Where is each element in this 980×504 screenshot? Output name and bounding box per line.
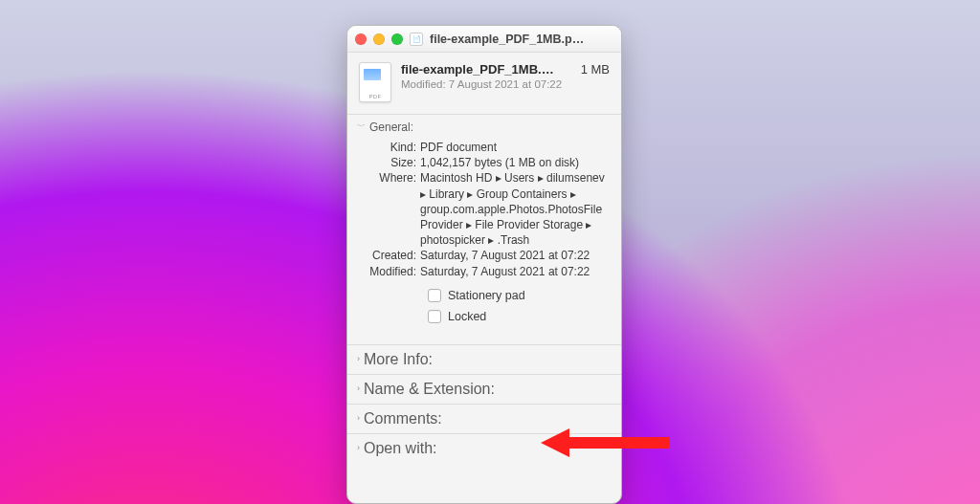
window-title: file-example_PDF_1MB.p… — [430, 33, 613, 46]
get-info-window: 📄 file-example_PDF_1MB.p… file-example_P… — [346, 25, 622, 504]
file-size: 1 MB — [581, 62, 610, 77]
section-more-info-label: More Info: — [364, 351, 433, 368]
stationery-pad-row[interactable]: Stationery pad — [428, 289, 610, 302]
section-comments-header[interactable]: › Comments: — [347, 404, 621, 433]
section-name-ext-label: Name & Extension: — [364, 381, 495, 398]
macos-desktop: 📄 file-example_PDF_1MB.p… file-example_P… — [0, 0, 980, 504]
file-name: file-example_PDF_1MB.… — [401, 62, 571, 77]
zoom-button[interactable] — [391, 33, 403, 45]
section-general: ﹀ General: Kind: PDF document Size: 1,04… — [347, 115, 621, 344]
chevron-down-icon: ﹀ — [357, 121, 366, 133]
chevron-right-icon: › — [357, 413, 360, 423]
section-general-header[interactable]: ﹀ General: — [347, 115, 621, 140]
section-comments-label: Comments: — [364, 410, 442, 427]
section-open-with-label: Open with: — [364, 440, 436, 457]
value-created: Saturday, 7 August 2021 at 07:22 — [420, 248, 610, 263]
minimize-button[interactable] — [373, 33, 385, 45]
label-kind: Kind: — [359, 140, 420, 155]
row-kind: Kind: PDF document — [359, 140, 610, 155]
file-thumbnail-icon — [359, 62, 391, 102]
section-general-body: Kind: PDF document Size: 1,042,157 bytes… — [347, 140, 621, 344]
label-where: Where: — [359, 170, 420, 186]
titlebar-file-icon: 📄 — [410, 33, 423, 46]
value-modified: Saturday, 7 August 2021 at 07:22 — [420, 264, 610, 279]
section-open-with-header[interactable]: › Open with: — [347, 433, 621, 463]
stationery-pad-label: Stationery pad — [448, 289, 525, 302]
value-where: Macintosh HD ▸ Users ▸ dilumsenev ▸ Libr… — [420, 170, 610, 248]
value-size: 1,042,157 bytes (1 MB on disk) — [420, 155, 610, 170]
close-button[interactable] — [355, 33, 367, 45]
file-modified-summary: Modified: 7 August 2021 at 07:22 — [401, 78, 610, 90]
row-where: Where: Macintosh HD ▸ Users ▸ dilumsenev… — [359, 170, 610, 248]
locked-row[interactable]: Locked — [428, 310, 610, 323]
chevron-right-icon: › — [357, 443, 360, 452]
section-more-info-header[interactable]: › More Info: — [347, 344, 621, 374]
titlebar: 📄 file-example_PDF_1MB.p… — [347, 26, 621, 53]
row-size: Size: 1,042,157 bytes (1 MB on disk) — [359, 155, 610, 170]
general-checkboxes: Stationery pad Locked — [359, 279, 610, 337]
file-header-text: file-example_PDF_1MB.… 1 MB Modified: 7 … — [401, 62, 610, 90]
row-created: Created: Saturday, 7 August 2021 at 07:2… — [359, 248, 610, 263]
label-modified: Modified: — [359, 264, 420, 279]
file-header: file-example_PDF_1MB.… 1 MB Modified: 7 … — [347, 53, 621, 114]
stationery-pad-checkbox[interactable] — [428, 289, 441, 302]
value-kind: PDF document — [420, 140, 610, 155]
label-size: Size: — [359, 155, 420, 170]
chevron-right-icon: › — [357, 383, 360, 393]
locked-label: Locked — [448, 310, 486, 323]
chevron-right-icon: › — [357, 354, 360, 363]
row-modified: Modified: Saturday, 7 August 2021 at 07:… — [359, 264, 610, 279]
window-controls — [355, 33, 403, 45]
section-general-label: General: — [369, 121, 413, 134]
label-created: Created: — [359, 248, 420, 263]
locked-checkbox[interactable] — [428, 310, 441, 323]
section-name-ext-header[interactable]: › Name & Extension: — [347, 374, 621, 404]
